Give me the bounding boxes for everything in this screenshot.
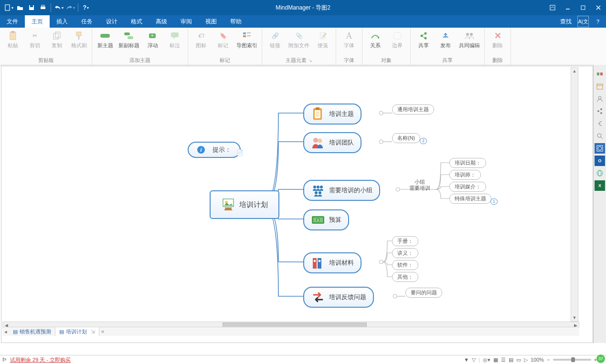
new-topic-button[interactable]: 新主题 — [95, 30, 115, 50]
tab-task[interactable]: 任务 — [74, 15, 99, 28]
undo-icon[interactable]: ▾ — [53, 2, 64, 13]
ribbon-collapse-icon[interactable] — [545, 2, 560, 13]
attachment-button[interactable]: 📎附加文件 — [287, 30, 311, 50]
lang-switcher-icon[interactable]: A|文 — [577, 16, 589, 27]
launcher-icon[interactable]: ↘ — [308, 58, 312, 63]
minimize-icon[interactable] — [560, 2, 575, 13]
tag-marker-button[interactable]: 🔖标记 — [213, 30, 233, 50]
help-icon[interactable]: ?▾ — [80, 2, 92, 13]
tab-home[interactable]: 主页 — [25, 15, 50, 28]
tab-design[interactable]: 设计 — [99, 15, 124, 28]
new-file-icon[interactable]: ▾ — [3, 2, 14, 13]
canvas[interactable]: i 提示： 📄 培训计划 培训主题 通用培训主题 培训团队 名称(N) 2 — [1, 66, 593, 343]
font-button[interactable]: A字体 — [339, 30, 359, 50]
tab-format[interactable]: 格式 — [124, 15, 149, 28]
paste-button[interactable]: 粘贴 — [3, 30, 23, 50]
subtopic-software[interactable]: 软件： — [392, 260, 418, 270]
doc-tab-1[interactable]: ▤销售机遇预测 — [9, 327, 55, 336]
floating-topic-button[interactable]: +浮动 — [143, 30, 163, 50]
icon-marker-button[interactable]: 🏷图标 — [191, 30, 211, 50]
count-badge[interactable]: 1 — [490, 198, 498, 205]
coedit-button[interactable]: 共同编辑 — [457, 30, 481, 50]
panel-outlook-icon[interactable]: O — [595, 156, 605, 166]
panel-calendar-icon[interactable] — [595, 81, 605, 92]
subtopic-trainer[interactable]: 培训师： — [449, 170, 481, 180]
zoom-value[interactable]: 100% — [531, 357, 544, 363]
tab-advanced[interactable]: 高级 — [149, 15, 174, 28]
tab-insert[interactable]: 插入 — [50, 15, 74, 28]
subtopic-handout[interactable]: 讲义： — [392, 248, 418, 258]
group-delete: 删除 — [492, 56, 503, 65]
target-icon[interactable]: ◎▾ — [483, 357, 490, 363]
copy-button[interactable]: 复制 — [47, 30, 67, 50]
topic-training-team[interactable]: 培训团队 — [303, 132, 361, 153]
panel-browser-icon[interactable] — [595, 143, 605, 154]
close-tab-icon[interactable]: × — [99, 327, 106, 336]
topic-training-subject[interactable]: 培训主题 — [303, 104, 361, 125]
view-present-icon[interactable]: ▷ — [524, 357, 528, 363]
tabs-menu-icon[interactable]: ◂ — [2, 327, 9, 336]
subtopic-other[interactable]: 其他： — [392, 272, 418, 282]
panel-globe-icon[interactable] — [595, 168, 605, 178]
publish-button[interactable]: 发布 — [436, 30, 456, 50]
topic-groups-need-training[interactable]: 需要培训的小组 — [303, 180, 380, 201]
print-icon[interactable] — [37, 2, 49, 13]
pin-icon[interactable]: ⇲ — [91, 329, 95, 335]
save-icon[interactable] — [26, 2, 37, 13]
note-button[interactable]: 📝便笺 — [313, 30, 333, 50]
maximize-icon[interactable] — [575, 2, 591, 13]
filter-off-icon[interactable]: ▽ — [472, 357, 476, 363]
note-icon[interactable]: 📄 — [236, 149, 244, 156]
topic-budget[interactable]: $ 预算 — [303, 209, 349, 230]
subtopic-media[interactable]: 培训媒介： — [449, 182, 486, 192]
panel-person-icon[interactable] — [595, 94, 605, 104]
new-subtopic-button[interactable]: 新副标题 — [117, 30, 141, 50]
view-slide-icon[interactable]: ▭ — [516, 357, 521, 363]
view-map-icon[interactable]: ▦ — [493, 357, 498, 363]
trial-link[interactable]: 试用剩余 29 天 - 立即购买 — [10, 356, 71, 364]
svg-rect-0 — [5, 5, 10, 10]
subtopic-questions[interactable]: 要问的问题 — [405, 288, 442, 298]
filter-icon[interactable]: ▼ — [464, 357, 469, 363]
ribbon-help-icon[interactable]: ? — [593, 16, 603, 27]
tab-view[interactable]: 视图 — [199, 15, 223, 28]
vertical-scrollbar[interactable]: ▲▼ — [571, 67, 578, 322]
central-topic[interactable]: 培训计划 — [210, 190, 279, 219]
redo-icon[interactable]: ▾ — [64, 2, 76, 13]
zoom-out-icon[interactable]: − — [547, 357, 550, 363]
zoom-slider[interactable] — [553, 359, 591, 361]
subtopic-name[interactable]: 名称(N) — [392, 133, 420, 143]
subtopic-date[interactable]: 培训日期： — [449, 158, 486, 168]
topic-training-materials[interactable]: 培训材料 — [303, 252, 361, 273]
count-badge[interactable]: 2 — [420, 138, 427, 144]
panel-map-parts-icon[interactable] — [595, 69, 605, 79]
boundary-button[interactable]: 边界 — [387, 30, 407, 50]
tab-review[interactable]: 审阅 — [174, 15, 199, 28]
notification-badge[interactable]: 37 — [596, 354, 605, 363]
subtopic-manual[interactable]: 手册： — [392, 236, 418, 246]
subtopic-special[interactable]: 特殊培训主题 — [449, 194, 491, 204]
subtopic-general[interactable]: 通用培训主题 — [392, 104, 434, 114]
format-painter-button[interactable]: 格式刷 — [69, 30, 89, 50]
share-button[interactable]: 共享 — [414, 30, 434, 50]
panel-excel-icon[interactable]: X — [595, 180, 605, 191]
cut-button[interactable]: ✂剪切 — [25, 30, 45, 50]
tab-file[interactable]: 文件 — [0, 15, 25, 28]
open-file-icon[interactable] — [14, 2, 26, 13]
view-outline-icon[interactable]: ☰ — [501, 357, 506, 363]
topic-feedback-questions[interactable]: 培训反馈问题 — [303, 287, 374, 308]
doc-tab-2[interactable]: ▤培训计划⇲ — [55, 327, 99, 336]
panel-search-icon[interactable] — [595, 131, 605, 141]
panel-branch-icon[interactable] — [595, 118, 605, 129]
panel-share-icon[interactable] — [595, 106, 605, 116]
hint-node[interactable]: i 提示： — [188, 142, 241, 158]
find-button[interactable]: 查找 — [560, 18, 572, 26]
callout-button[interactable]: 标注 — [165, 30, 185, 50]
close-icon[interactable] — [591, 2, 606, 13]
map-index-button[interactable]: 导图索引 — [235, 30, 259, 50]
delete-button[interactable]: ✕删除 — [488, 30, 508, 50]
tab-help[interactable]: 帮助 — [223, 15, 248, 28]
view-gantt-icon[interactable]: ▤ — [509, 357, 513, 363]
relationship-button[interactable]: 关系 — [365, 30, 385, 50]
link-button[interactable]: 🔗链接 — [265, 30, 285, 50]
